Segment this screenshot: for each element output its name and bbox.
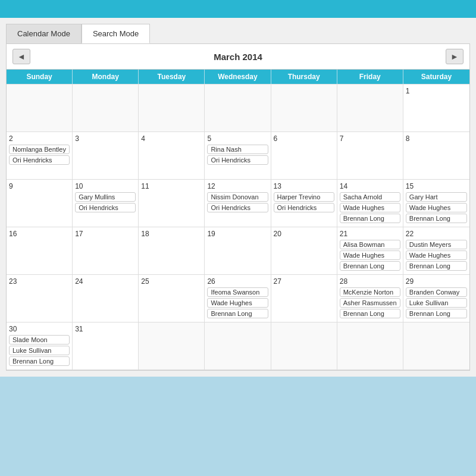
day-number: 16 (9, 230, 70, 238)
event-badge[interactable]: Brennan Long (340, 309, 400, 318)
day-header-wednesday: Wednesday (205, 70, 271, 84)
day-cell: 3 (73, 132, 139, 180)
event-badge[interactable]: Asher Rasmussen (340, 298, 400, 308)
day-number: 21 (340, 230, 400, 238)
day-cell: 20 (271, 227, 337, 275)
calendar-header: ◄ March 2014 ► (7, 44, 469, 69)
event-badge[interactable]: Ori Hendricks (75, 203, 136, 212)
event-badge[interactable]: Slade Moon (9, 335, 70, 345)
event-badge[interactable]: Nomlanga Bentley (9, 145, 70, 154)
event-badge[interactable]: Brennan Long (340, 214, 400, 223)
event-badge[interactable]: Brennan Long (9, 356, 70, 366)
event-badge[interactable]: Branden Conway (406, 287, 467, 297)
day-number: 15 (406, 182, 467, 190)
event-badge[interactable]: Wade Hughes (340, 203, 400, 212)
day-number: 26 (207, 277, 268, 286)
event-badge[interactable]: Nissim Donovan (207, 192, 268, 202)
day-headers: SundayMondayTuesdayWednesdayThursdayFrid… (7, 69, 469, 84)
day-cell: 18 (139, 227, 205, 275)
day-cell (7, 84, 73, 132)
event-badge[interactable]: Brennan Long (207, 309, 268, 318)
day-cell: 15Gary HartWade HughesBrennan Long (403, 180, 469, 227)
day-header-sunday: Sunday (7, 70, 73, 84)
day-cell: 31 (73, 322, 139, 370)
day-cell (73, 84, 139, 132)
day-cell: 13Harper TrevinoOri Hendricks (271, 180, 337, 227)
day-number: 1 (406, 87, 467, 95)
event-badge[interactable]: Luke Sullivan (406, 298, 467, 308)
prev-button[interactable]: ◄ (12, 49, 30, 64)
day-cell (205, 84, 271, 132)
event-badge[interactable]: Brennan Long (406, 214, 467, 223)
day-header-monday: Monday (73, 70, 139, 84)
day-cell: 2Nomlanga BentleyOri Hendricks (7, 132, 73, 180)
tab-calendar[interactable]: Calendar Mode (6, 24, 82, 43)
day-number: 10 (75, 182, 136, 190)
day-cell (337, 84, 403, 132)
day-number: 11 (141, 182, 202, 190)
day-cell: 12Nissim DonovanOri Hendricks (205, 180, 271, 227)
event-badge[interactable]: Gary Mullins (75, 192, 136, 202)
tab-search[interactable]: Search Mode (82, 24, 150, 43)
day-number: 24 (75, 277, 136, 286)
event-badge[interactable]: Sacha Arnold (340, 192, 400, 202)
day-cell: 14Sacha ArnoldWade HughesBrennan Long (337, 180, 403, 227)
day-cell (139, 84, 205, 132)
event-badge[interactable]: Wade Hughes (207, 298, 268, 308)
day-cell: 26Ifeoma SwansonWade HughesBrennan Long (205, 275, 271, 322)
day-number: 17 (75, 230, 136, 238)
day-cell: 5Rina NashOri Hendricks (205, 132, 271, 180)
event-badge[interactable]: Brennan Long (340, 261, 400, 271)
month-title: March 2014 (214, 52, 262, 62)
day-number: 5 (207, 134, 268, 143)
day-number: 19 (207, 230, 268, 238)
event-badge[interactable]: Harper Trevino (274, 192, 334, 202)
day-number: 18 (141, 230, 202, 238)
day-cell: 22Dustin MeyersWade HughesBrennan Long (403, 227, 469, 275)
day-number: 25 (141, 277, 202, 286)
day-cell (205, 322, 271, 370)
day-number: 7 (340, 134, 400, 143)
top-bar (0, 0, 476, 18)
event-badge[interactable]: Brennan Long (406, 309, 467, 318)
event-badge[interactable]: Gary Hart (406, 192, 467, 202)
day-cell: 25 (139, 275, 205, 322)
event-badge[interactable]: Ifeoma Swanson (207, 287, 268, 297)
day-cell: 10Gary MullinsOri Hendricks (73, 180, 139, 227)
day-cell (139, 322, 205, 370)
day-number: 13 (274, 182, 334, 190)
day-cell (337, 322, 403, 370)
day-cell (403, 322, 469, 370)
day-header-friday: Friday (337, 70, 403, 84)
event-badge[interactable]: Alisa Bowman (340, 240, 400, 249)
day-cell: 19 (205, 227, 271, 275)
day-cell: 9 (7, 180, 73, 227)
day-number: 28 (340, 277, 400, 286)
event-badge[interactable]: Ori Hendricks (207, 203, 268, 212)
event-badge[interactable]: Wade Hughes (406, 203, 467, 212)
day-cell: 29Branden ConwayLuke SullivanBrennan Lon… (403, 275, 469, 322)
day-header-tuesday: Tuesday (139, 70, 205, 84)
day-cell: 21Alisa BowmanWade HughesBrennan Long (337, 227, 403, 275)
next-button[interactable]: ► (446, 49, 464, 64)
day-number: 6 (274, 134, 334, 143)
event-badge[interactable]: Wade Hughes (340, 250, 400, 260)
tab-bar: Calendar Mode Search Mode (6, 24, 470, 43)
event-badge[interactable]: Ori Hendricks (9, 155, 70, 165)
event-badge[interactable]: McKenzie Norton (340, 287, 400, 297)
event-badge[interactable]: Ori Hendricks (207, 155, 268, 165)
day-cell: 30Slade MoonLuke SullivanBrennan Long (7, 322, 73, 370)
day-cell (271, 322, 337, 370)
day-number: 23 (9, 277, 70, 286)
calendar-grid: 12Nomlanga BentleyOri Hendricks345Rina N… (7, 84, 469, 370)
day-cell: 8 (403, 132, 469, 180)
event-badge[interactable]: Wade Hughes (406, 250, 467, 260)
event-badge[interactable]: Ori Hendricks (274, 203, 334, 212)
event-badge[interactable]: Luke Sullivan (9, 346, 70, 355)
event-badge[interactable]: Rina Nash (207, 145, 268, 154)
day-number: 22 (406, 230, 467, 238)
day-cell: 16 (7, 227, 73, 275)
main-container: Calendar Mode Search Mode ◄ March 2014 ►… (0, 18, 476, 377)
event-badge[interactable]: Dustin Meyers (406, 240, 467, 249)
event-badge[interactable]: Brennan Long (406, 261, 467, 271)
